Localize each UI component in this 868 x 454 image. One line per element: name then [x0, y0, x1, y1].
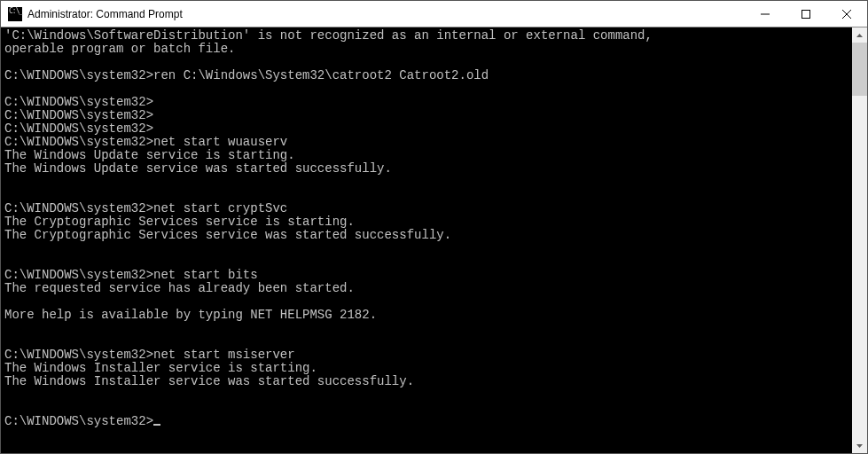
- svg-marker-5: [856, 444, 863, 448]
- console-line: [4, 255, 852, 269]
- console-line: [4, 295, 852, 309]
- maximize-icon: [802, 10, 810, 19]
- chevron-up-icon: [856, 34, 863, 37]
- console-line: C:\WINDOWS\system32>: [4, 109, 852, 122]
- scroll-down-button[interactable]: [852, 438, 867, 453]
- scroll-thumb[interactable]: [852, 43, 867, 96]
- console-line: C:\WINDOWS\system32>net start cryptSvc: [4, 202, 852, 215]
- console-output[interactable]: 'C:\Windows\SoftwareDistribution' is not…: [1, 27, 852, 453]
- console-line: [4, 335, 852, 348]
- vertical-scrollbar[interactable]: [852, 27, 867, 453]
- minimize-icon: [761, 10, 770, 19]
- console-line: [4, 82, 852, 96]
- console-line: [4, 322, 852, 335]
- titlebar: Administrator: Command Prompt: [1, 1, 867, 27]
- console-line: [4, 242, 852, 255]
- svg-marker-4: [856, 34, 863, 37]
- console-line: The Cryptographic Services service was s…: [4, 229, 852, 242]
- console-line: C:\WINDOWS\system32>: [4, 122, 852, 136]
- console-line: [4, 56, 852, 69]
- window-title: Administrator: Command Prompt: [27, 8, 183, 20]
- console-line: [4, 189, 852, 202]
- console-line: operable program or batch file.: [4, 43, 852, 56]
- console-line: [4, 388, 852, 402]
- client-area: 'C:\Windows\SoftwareDistribution' is not…: [1, 27, 867, 453]
- console-line: The Cryptographic Services service is st…: [4, 215, 852, 229]
- console-line: More help is available by typing NET HEL…: [4, 309, 852, 322]
- cmd-icon: [8, 7, 22, 21]
- console-line: 'C:\Windows\SoftwareDistribution' is not…: [4, 29, 852, 43]
- console-line: C:\WINDOWS\system32>net start wuauserv: [4, 136, 852, 149]
- console-line: C:\WINDOWS\system32>: [4, 96, 852, 109]
- svg-rect-1: [802, 10, 810, 18]
- console-line: The Windows Installer service was starte…: [4, 375, 852, 388]
- maximize-button[interactable]: [786, 1, 826, 27]
- close-button[interactable]: [826, 1, 867, 27]
- scroll-up-button[interactable]: [852, 27, 867, 43]
- console-line: [4, 176, 852, 189]
- console-line: C:\WINDOWS\system32>net start msiserver: [4, 348, 852, 362]
- console-line: The Windows Update service is starting.: [4, 149, 852, 162]
- text-cursor: [153, 424, 160, 426]
- minimize-button[interactable]: [745, 1, 786, 27]
- console-line: C:\WINDOWS\system32>net start bits: [4, 269, 852, 282]
- close-icon: [842, 10, 851, 19]
- console-line: The Windows Installer service is startin…: [4, 362, 852, 375]
- console-line: C:\WINDOWS\system32>ren C:\Windows\Syste…: [4, 69, 852, 82]
- console-line: The Windows Update service was started s…: [4, 162, 852, 176]
- scroll-track[interactable]: [852, 43, 867, 438]
- console-line: [4, 402, 852, 415]
- console-line: C:\WINDOWS\system32>: [4, 415, 852, 428]
- console-line: The requested service has already been s…: [4, 282, 852, 295]
- chevron-down-icon: [856, 444, 863, 448]
